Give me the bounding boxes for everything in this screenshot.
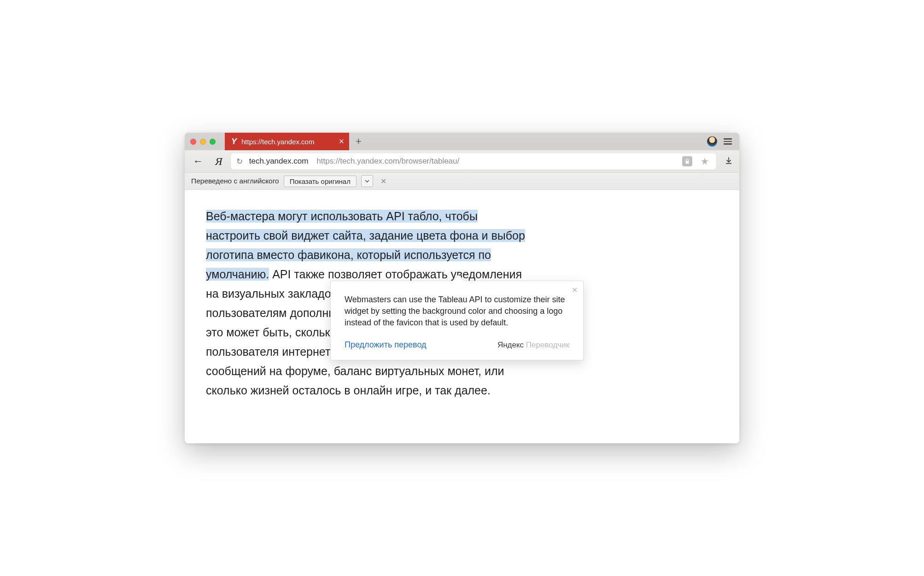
translation-popup: ✕ Webmasters can use the Tableau API to … <box>330 281 584 360</box>
tab-bar: Y https://tech.yandex.com ✕ + <box>185 133 739 150</box>
back-button[interactable]: ← <box>189 155 207 167</box>
brand-name: Яндекс <box>497 341 524 349</box>
window-maximize-button[interactable] <box>210 139 216 145</box>
reload-icon[interactable]: ↻ <box>236 157 243 166</box>
toolbar: ← Я ↻ tech.yandex.com https://tech.yande… <box>185 150 739 172</box>
yandex-logo-icon[interactable]: Я <box>213 155 224 168</box>
browser-window: Y https://tech.yandex.com ✕ + ← Я ↻ tech… <box>185 133 739 443</box>
translate-bar-close-icon[interactable]: ✕ <box>378 177 389 186</box>
window-close-button[interactable] <box>190 139 196 145</box>
window-minimize-button[interactable] <box>200 139 206 145</box>
tab-favicon: Y <box>231 137 238 147</box>
browser-tab-active[interactable]: Y https://tech.yandex.com ✕ <box>225 133 349 150</box>
profile-avatar[interactable] <box>707 136 717 147</box>
brand-product: Переводчик <box>526 341 569 349</box>
suggest-translation-link[interactable]: Предложить перевод <box>345 340 427 350</box>
new-tab-button[interactable]: + <box>349 135 368 147</box>
popup-footer: Предложить перевод Яндекс Переводчик <box>345 340 569 350</box>
page-content: Веб-мастера могут использовать API табло… <box>185 190 739 443</box>
show-original-button[interactable]: Показать оригинал <box>284 176 357 187</box>
window-controls <box>190 139 216 145</box>
popup-translation-text: Webmasters can use the Tableau API to cu… <box>345 294 569 328</box>
translate-bar: Переведено с английского Показать оригин… <box>185 172 739 190</box>
lock-icon[interactable] <box>682 156 692 166</box>
popup-close-icon[interactable]: ✕ <box>572 286 578 294</box>
translate-status-text: Переведено с английского <box>191 177 279 185</box>
url-domain: tech.yandex.com <box>249 157 309 166</box>
popup-brand: Яндекс Переводчик <box>497 341 569 350</box>
url-full: https://tech.yandex.com/browser/tableau/ <box>316 157 459 166</box>
menu-button[interactable] <box>724 138 732 145</box>
translate-options-dropdown[interactable] <box>361 175 373 187</box>
tab-title: https://tech.yandex.com <box>241 138 336 146</box>
bookmark-star-icon[interactable]: ★ <box>699 156 711 167</box>
downloads-icon[interactable] <box>723 156 735 167</box>
address-bar[interactable]: ↻ tech.yandex.com https://tech.yandex.co… <box>231 153 716 170</box>
tab-close-icon[interactable]: ✕ <box>339 137 345 146</box>
